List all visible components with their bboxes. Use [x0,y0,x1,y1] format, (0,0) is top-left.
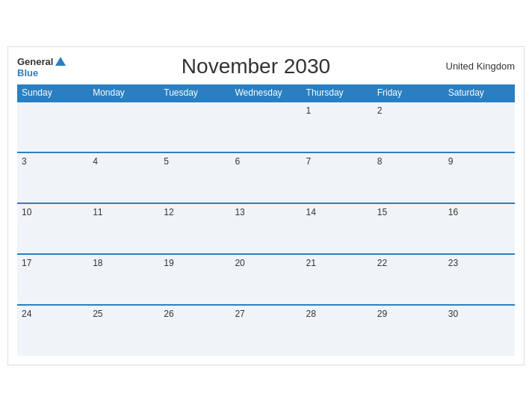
day-number: 19 [164,258,173,268]
col-thursday: Thursday [302,84,373,102]
calendar-day-cell: 9 [444,152,515,203]
calendar-day-cell: 23 [444,254,515,305]
day-number: 21 [306,258,316,268]
calendar-body: 1234567891011121314151617181920212223242… [17,102,515,356]
day-number: 2 [377,105,383,116]
calendar-day-cell [159,102,230,152]
col-sunday: Sunday [17,84,88,102]
col-monday: Monday [88,84,159,102]
logo-triangle-icon [55,57,66,66]
day-number: 15 [377,207,387,217]
day-number: 10 [22,207,31,217]
day-number: 12 [164,207,173,217]
calendar-day-cell [17,102,88,152]
day-number: 30 [448,309,458,319]
calendar-day-cell: 14 [302,203,373,254]
day-number: 23 [448,258,458,268]
calendar-day-cell: 19 [159,254,230,305]
calendar-day-cell: 6 [230,152,301,203]
calendar-week-row: 17181920212223 [17,254,515,305]
calendar-day-cell: 7 [302,152,373,203]
calendar-week-row: 3456789 [17,152,515,203]
calendar-header: General Blue November 2030 United Kingdo… [17,55,515,78]
logo-area: General Blue [17,55,66,78]
calendar-day-cell: 12 [159,203,230,254]
day-number: 6 [235,156,240,167]
day-number: 18 [93,258,102,268]
calendar-day-cell [444,102,515,152]
day-number: 16 [448,207,458,217]
day-number: 25 [93,309,102,319]
calendar-header-row: Sunday Monday Tuesday Wednesday Thursday… [17,84,515,102]
calendar-day-cell: 1 [302,102,373,152]
calendar-day-cell [88,102,159,152]
calendar-day-cell: 27 [230,305,301,356]
calendar-day-cell: 17 [17,254,88,305]
day-number: 28 [306,309,316,319]
day-number: 22 [377,258,387,268]
calendar-day-cell: 25 [88,305,159,356]
calendar-day-cell: 10 [17,203,88,254]
calendar-day-cell: 4 [88,152,159,203]
calendar-day-cell: 16 [444,203,515,254]
calendar-day-cell: 2 [373,102,444,152]
col-friday: Friday [373,84,444,102]
calendar-day-cell: 24 [17,305,88,356]
calendar-day-cell: 22 [373,254,444,305]
day-number: 27 [235,309,244,319]
calendar-week-row: 24252627282930 [17,305,515,356]
calendar-grid: Sunday Monday Tuesday Wednesday Thursday… [17,84,515,356]
month-title: November 2030 [182,55,330,78]
day-number: 7 [306,156,312,167]
day-number: 9 [448,156,454,167]
calendar-day-cell: 26 [159,305,230,356]
calendar-day-cell: 28 [302,305,373,356]
calendar-day-cell: 20 [230,254,301,305]
day-number: 11 [93,207,102,217]
col-wednesday: Wednesday [230,84,301,102]
calendar-day-cell: 30 [444,305,515,356]
day-number: 26 [164,309,173,319]
col-saturday: Saturday [444,84,515,102]
calendar-day-cell: 8 [373,152,444,203]
country-label: United Kingdom [446,61,516,72]
day-number: 13 [235,207,244,217]
day-number: 8 [377,156,383,167]
calendar-week-row: 10111213141516 [17,203,515,254]
day-number: 24 [22,309,31,319]
day-number: 14 [306,207,316,217]
logo-general: General [17,55,66,68]
day-number: 4 [93,156,98,167]
day-number: 20 [235,258,244,268]
calendar-day-cell: 5 [159,152,230,203]
calendar-day-cell: 13 [230,203,301,254]
calendar-week-row: 12 [17,102,515,152]
calendar-container: General Blue November 2030 United Kingdo… [7,46,525,365]
calendar-day-cell: 21 [302,254,373,305]
day-number: 17 [22,258,31,268]
calendar-day-cell: 3 [17,152,88,203]
col-tuesday: Tuesday [159,84,230,102]
day-number: 29 [377,309,387,319]
calendar-day-cell: 15 [373,203,444,254]
calendar-day-cell: 11 [88,203,159,254]
calendar-day-cell: 18 [88,254,159,305]
day-number: 5 [164,156,169,167]
calendar-day-cell: 29 [373,305,444,356]
day-number: 3 [22,156,27,167]
logo-blue: Blue [17,68,38,78]
day-number: 1 [306,105,312,116]
calendar-day-cell [230,102,301,152]
